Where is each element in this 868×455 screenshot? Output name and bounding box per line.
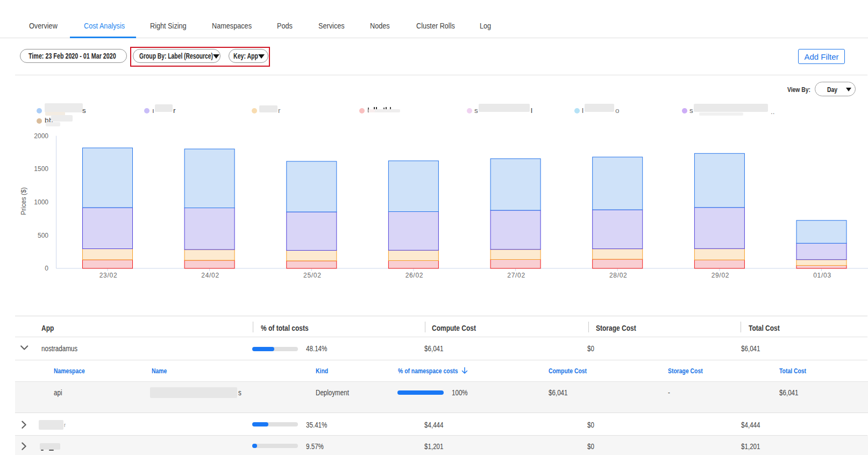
- svg-text:1000: 1000: [34, 198, 48, 206]
- svg-text:24/02: 24/02: [201, 272, 219, 279]
- svg-text:28/02: 28/02: [609, 272, 628, 279]
- svg-text:Prices ($): Prices ($): [20, 187, 27, 215]
- svg-text:25/02: 25/02: [303, 272, 322, 279]
- svg-text:2000: 2000: [34, 132, 48, 140]
- svg-text:26/02: 26/02: [405, 272, 424, 279]
- svg-text:23/02: 23/02: [99, 272, 118, 279]
- svg-text:1500: 1500: [34, 165, 48, 173]
- svg-text:500: 500: [38, 232, 48, 239]
- svg-text:29/02: 29/02: [712, 272, 730, 279]
- svg-text:0: 0: [45, 265, 48, 272]
- svg-text:27/02: 27/02: [507, 272, 525, 279]
- svg-text:01/03: 01/03: [813, 272, 831, 279]
